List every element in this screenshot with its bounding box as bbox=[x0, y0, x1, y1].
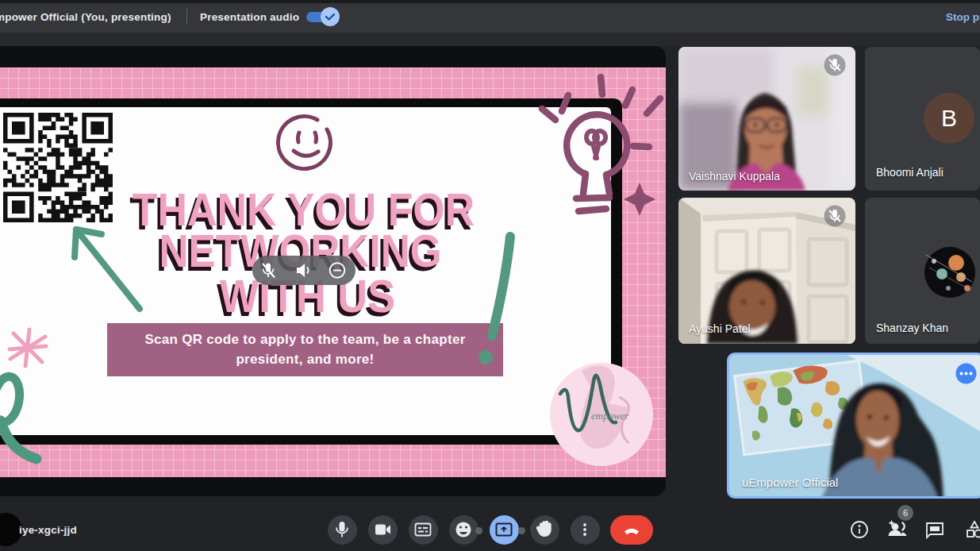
svg-text:empower: empower bbox=[591, 410, 630, 422]
